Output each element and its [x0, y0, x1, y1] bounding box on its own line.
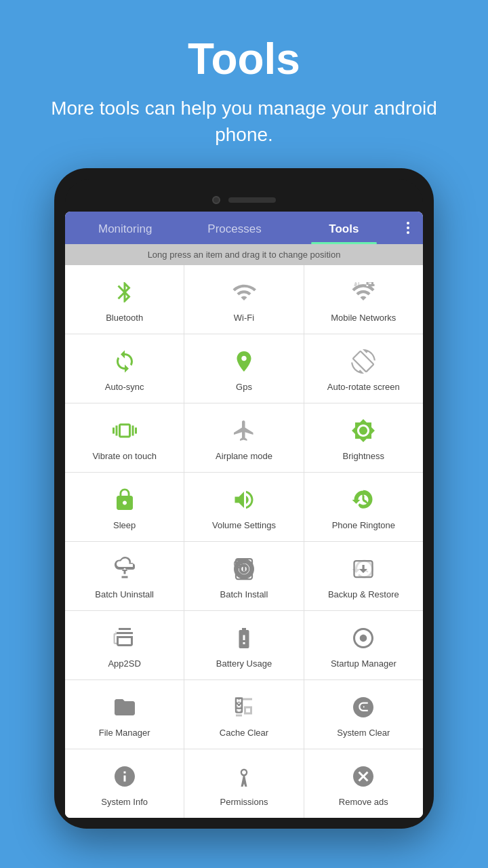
permissions-label: Permissions — [220, 797, 268, 808]
mobile-networks-icon — [348, 277, 378, 307]
tab-tools[interactable]: Tools — [289, 212, 399, 244]
system-info-label: System Info — [101, 797, 148, 808]
page-header: Tools More tools can help you manage you… — [0, 0, 488, 168]
grid-item-vibrate[interactable]: Vibrate on touch — [65, 403, 184, 472]
grid-item-batch-install[interactable]: Batch Install — [184, 542, 303, 610]
phone-screen: Monitoring Processes Tools Long press an… — [65, 212, 423, 817]
startup-icon — [348, 623, 378, 653]
batch-install-label: Batch Install — [220, 589, 268, 601]
svg-point-5 — [239, 698, 240, 699]
tab-bar: Monitoring Processes Tools — [65, 212, 423, 244]
app2sd-label: App2SD — [108, 658, 140, 670]
speaker-icon — [228, 197, 276, 203]
system-info-icon — [110, 762, 140, 791]
hint-bar: Long press an item and drag it to change… — [65, 244, 423, 265]
tab-processes[interactable]: Processes — [180, 212, 289, 244]
vibrate-label: Vibrate on touch — [92, 451, 156, 462]
page-subtitle: More tools can help you manage your andr… — [27, 95, 461, 148]
grid-item-mobile-networks[interactable]: Mobile Networks — [304, 265, 423, 334]
grid-item-auto-rotate[interactable]: Auto-rotate screen — [304, 334, 423, 403]
battery-label: Battery Usage — [216, 658, 272, 670]
grid-item-startup[interactable]: Startup Manager — [304, 611, 423, 679]
app2sd-icon — [110, 623, 140, 653]
brightness-icon — [348, 416, 378, 446]
mobile-networks-label: Mobile Networks — [331, 313, 396, 324]
grid-item-ringtone[interactable]: Phone Ringtone — [304, 473, 423, 541]
airplane-icon — [229, 416, 259, 446]
gps-icon — [229, 347, 259, 376]
grid-item-wifi[interactable]: Wi-Fi — [184, 265, 303, 334]
auto-sync-label: Auto-sync — [105, 382, 144, 393]
grid-item-backup[interactable]: Backup & Restore — [304, 542, 423, 610]
brightness-label: Brightness — [343, 451, 384, 462]
grid-item-airplane[interactable]: Airplane mode — [184, 403, 303, 472]
grid-item-system-clear[interactable]: System Clear — [304, 680, 423, 749]
ringtone-icon — [348, 485, 378, 515]
remove-ads-icon — [348, 762, 378, 791]
volume-label: Volume Settings — [212, 520, 276, 532]
grid-item-bluetooth[interactable]: Bluetooth — [65, 265, 184, 334]
ringtone-label: Phone Ringtone — [332, 520, 395, 532]
grid-item-gps[interactable]: Gps — [184, 334, 303, 403]
batch-uninstall-label: Batch Uninstall — [95, 589, 154, 601]
tab-monitoring[interactable]: Monitoring — [70, 212, 180, 244]
airplane-label: Airplane mode — [216, 451, 272, 462]
grid-item-app2sd[interactable]: App2SD — [65, 611, 184, 679]
gps-label: Gps — [236, 382, 252, 393]
grid-item-batch-uninstall[interactable]: Batch Uninstall — [65, 542, 184, 610]
remove-ads-label: Remove ads — [339, 797, 388, 808]
dot1 — [407, 222, 409, 224]
backup-icon — [348, 554, 378, 584]
dot3 — [407, 231, 409, 234]
startup-label: Startup Manager — [331, 658, 396, 670]
auto-rotate-label: Auto-rotate screen — [327, 382, 400, 393]
grid-item-permissions[interactable]: Permissions — [184, 749, 303, 818]
bluetooth-label: Bluetooth — [106, 313, 143, 324]
sleep-label: Sleep — [113, 520, 136, 532]
bluetooth-icon — [110, 277, 140, 307]
app-header: Monitoring Processes Tools — [65, 212, 423, 244]
file-manager-icon — [110, 692, 140, 722]
cache-clear-icon — [229, 692, 259, 722]
battery-icon — [229, 623, 259, 653]
grid-item-file-manager[interactable]: File Manager — [65, 680, 184, 749]
wifi-label: Wi-Fi — [234, 313, 254, 324]
phone-notch — [65, 179, 423, 212]
hint-text: Long press an item and drag it to change… — [148, 250, 341, 260]
grid-item-volume[interactable]: Volume Settings — [184, 473, 303, 541]
dot2 — [407, 226, 409, 229]
permissions-icon — [229, 762, 259, 791]
grid-item-brightness[interactable]: Brightness — [304, 403, 423, 472]
page-title: Tools — [27, 34, 461, 84]
grid-item-system-info[interactable]: System Info — [65, 749, 184, 818]
sleep-icon — [110, 485, 140, 515]
batch-uninstall-icon — [110, 554, 140, 584]
camera-icon — [212, 196, 220, 204]
system-clear-label: System Clear — [337, 728, 390, 739]
system-clear-icon — [348, 692, 378, 722]
grid-item-sleep[interactable]: Sleep — [65, 473, 184, 541]
volume-icon — [229, 485, 259, 515]
grid-item-cache-clear[interactable]: Cache Clear — [184, 680, 303, 749]
grid-item-remove-ads[interactable]: Remove ads — [304, 749, 423, 818]
auto-sync-icon — [110, 347, 140, 376]
batch-install-icon — [229, 554, 259, 584]
grid-item-auto-sync[interactable]: Auto-sync — [65, 334, 184, 403]
backup-label: Backup & Restore — [328, 589, 399, 601]
vibrate-icon — [110, 416, 140, 446]
file-manager-label: File Manager — [99, 728, 150, 739]
grid-item-battery[interactable]: Battery Usage — [184, 611, 303, 679]
phone-frame: Monitoring Processes Tools Long press an… — [54, 168, 434, 828]
auto-rotate-icon — [348, 347, 378, 376]
wifi-icon — [229, 277, 259, 307]
cache-clear-label: Cache Clear — [220, 728, 268, 739]
more-menu-button[interactable] — [399, 216, 418, 239]
tools-grid: Bluetooth Wi-Fi Mobile Networks — [65, 265, 423, 817]
